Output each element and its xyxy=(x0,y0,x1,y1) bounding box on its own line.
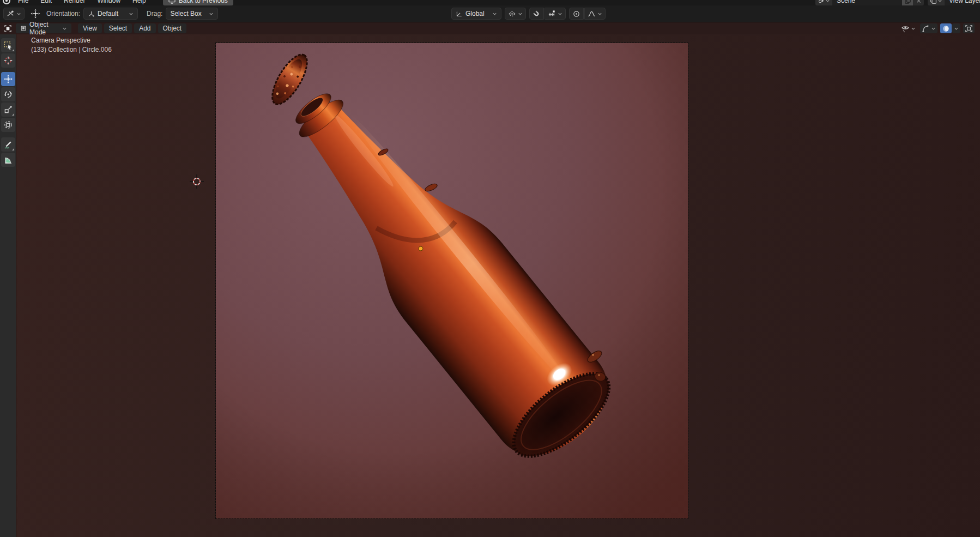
blender-window: File Edit Render Window Help Back to Pre… xyxy=(0,0,980,537)
monitor-icon xyxy=(168,0,176,4)
menu-object[interactable]: Object xyxy=(158,23,187,33)
chevron-down-icon xyxy=(16,11,21,16)
transform-orientation-value: Global xyxy=(465,10,489,17)
scene-selector: Scene xyxy=(815,0,924,5)
active-object-label: (133) Collection | Circle.006 xyxy=(31,45,112,55)
topbar: File Edit Render Window Help Back to Pre… xyxy=(0,0,980,5)
orientation-dropdown[interactable]: Default xyxy=(83,8,138,20)
toolbar xyxy=(0,34,16,537)
tool-transform[interactable] xyxy=(1,118,15,132)
proportional-editing-toggle[interactable] xyxy=(569,8,584,20)
chevron-down-icon xyxy=(492,11,497,16)
active-tool-icon xyxy=(7,10,15,18)
tool-annotate[interactable] xyxy=(1,137,15,152)
chevron-down-icon xyxy=(954,26,959,31)
scene-browse-button[interactable] xyxy=(815,0,832,5)
close-icon xyxy=(916,0,921,3)
chevron-down-icon xyxy=(209,11,214,16)
falloff-curve-icon xyxy=(588,10,596,18)
scene-icon xyxy=(818,0,825,4)
magnet-icon xyxy=(533,10,541,18)
blender-logo-icon xyxy=(2,0,11,5)
tool-scale[interactable] xyxy=(1,102,15,117)
object-mode-icon xyxy=(20,25,27,32)
tool-measure[interactable] xyxy=(1,153,15,167)
menu-help[interactable]: Help xyxy=(128,0,151,5)
editor-3d-viewport-icon xyxy=(4,25,12,33)
menu-view[interactable]: View xyxy=(78,23,102,33)
viewport-overlay-text: Camera Perspective (133) Collection | Ci… xyxy=(31,36,112,55)
render-vignette xyxy=(216,43,688,518)
menu-render[interactable]: Render xyxy=(59,0,90,5)
unlink-scene-button[interactable] xyxy=(913,0,924,5)
chevron-down-icon xyxy=(129,11,134,16)
global-orientation-icon xyxy=(456,10,463,17)
tool-select-box[interactable] xyxy=(1,38,15,52)
duplicate-icon xyxy=(905,0,911,4)
chevron-down-icon xyxy=(931,26,936,31)
active-tool-dropdown[interactable] xyxy=(3,8,25,20)
proportional-editing-icon xyxy=(572,10,580,18)
proportional-falloff-dropdown[interactable] xyxy=(584,8,606,20)
orientation-value: Default xyxy=(98,10,126,17)
back-to-previous-label: Back to Previous xyxy=(179,0,228,4)
scene-name-field[interactable]: Scene xyxy=(832,0,902,5)
drag-value: Select Box xyxy=(170,10,206,17)
back-to-previous-button[interactable]: Back to Previous xyxy=(163,0,233,5)
chevron-down-icon xyxy=(597,11,602,16)
layers-icon xyxy=(930,0,937,4)
menu-window[interactable]: Window xyxy=(92,0,125,5)
snap-toggle[interactable] xyxy=(529,8,544,20)
chevron-down-icon xyxy=(62,26,67,31)
tool-settings-bar: Orientation: Default Drag: Select Box Gl… xyxy=(0,5,980,22)
camera-frame[interactable] xyxy=(215,43,688,519)
orientation-label: Orientation: xyxy=(46,10,80,17)
chevron-down-icon xyxy=(911,26,916,31)
chevron-down-icon xyxy=(937,0,942,3)
eye-icon xyxy=(901,24,910,33)
rendered-scene xyxy=(216,43,688,518)
shading-dropdown[interactable] xyxy=(952,23,960,33)
gizmo-arrow-icon xyxy=(922,25,930,33)
overlays-icon xyxy=(965,25,973,33)
show-gizmos-dropdown[interactable] xyxy=(920,23,937,33)
chevron-down-icon xyxy=(825,0,830,3)
viewport-header: Object Mode View Select Add Object xyxy=(0,22,980,34)
chevron-down-icon xyxy=(518,11,523,16)
menu-add[interactable]: Add xyxy=(134,23,155,33)
drag-dropdown[interactable]: Select Box xyxy=(166,8,218,20)
pivot-point-icon xyxy=(508,10,516,18)
view-layer-browse-button[interactable] xyxy=(928,0,945,5)
view-layer-name-field[interactable]: View Layer xyxy=(945,0,980,5)
move-gizmo-icon xyxy=(30,8,41,19)
snap-increment-icon xyxy=(548,10,556,18)
editor-type-button[interactable] xyxy=(2,23,14,33)
menu-edit[interactable]: Edit xyxy=(35,0,57,5)
menu-select[interactable]: Select xyxy=(104,23,132,33)
3d-cursor xyxy=(189,174,204,189)
3d-viewport[interactable]: Camera Perspective (133) Collection | Ci… xyxy=(0,34,980,537)
shading-rendered-button[interactable] xyxy=(940,23,952,33)
orientation-axes-icon xyxy=(88,10,95,17)
mode-dropdown[interactable]: Object Mode xyxy=(16,23,71,33)
transform-orientation-dropdown[interactable]: Global xyxy=(451,8,501,20)
view-name-label: Camera Perspective xyxy=(31,36,112,45)
rendered-shading-sphere-icon xyxy=(942,25,950,33)
object-visibility-dropdown[interactable] xyxy=(899,23,917,33)
tool-move[interactable] xyxy=(1,72,15,86)
overlays-button-clipped[interactable] xyxy=(963,23,975,33)
tool-cursor[interactable] xyxy=(1,53,15,68)
view-layer-selector: View Layer xyxy=(928,0,980,5)
pivot-point-dropdown[interactable] xyxy=(505,8,526,20)
tool-rotate[interactable] xyxy=(1,87,15,101)
mode-value: Object Mode xyxy=(29,21,59,36)
menu-file[interactable]: File xyxy=(13,0,33,5)
snap-settings-dropdown[interactable] xyxy=(545,8,566,20)
new-scene-button[interactable] xyxy=(902,0,913,5)
chevron-down-icon xyxy=(558,11,562,16)
drag-label: Drag: xyxy=(147,10,162,17)
